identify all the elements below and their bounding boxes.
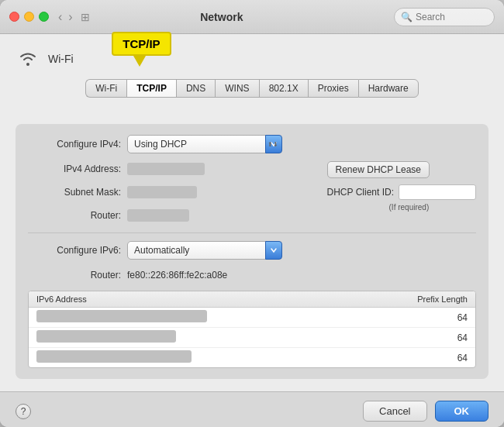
bottom-bar: ? Cancel OK [0,391,504,427]
network-window: ‹ › ⊞ Network 🔍 Wi-Fi Wi [0,0,504,427]
dhcp-client-id-input[interactable] [399,184,476,200]
subnet-mask-value [127,186,197,198]
subnet-mask-row: Subnet Mask: [28,183,205,201]
configure-ipv4-row: Configure IPv4: Using DHCP [28,135,476,153]
window-title: Network [50,11,394,23]
help-button[interactable]: ? [16,404,31,419]
renew-dhcp-button[interactable]: Renew DHCP Lease [327,161,430,178]
ipv6-prefix-1: 64 [398,332,468,343]
wifi-header: Wi-Fi [16,46,488,71]
search-bar[interactable]: 🔍 [394,8,495,26]
tab-wifi[interactable]: Wi-Fi [85,79,126,98]
tab-8021x[interactable]: 802.1X [259,79,308,98]
ipv6-row-1: 64 [29,328,475,348]
subnet-mask-label: Subnet Mask: [28,187,121,198]
ipv6-table-header: IPv6 Address Prefix Length [29,291,475,308]
annotation-arrow [133,56,146,67]
ipv6-prefix-0: 64 [398,312,468,323]
dhcp-client-id-label: DHCP Client ID: [327,187,394,198]
configure-ipv6-label: Configure IPv6: [28,245,121,256]
dhcp-right-panel: Renew DHCP Lease DHCP Client ID: (If req… [327,161,476,212]
ipv6-row-2: 64 [29,348,475,367]
ipv4-address-label: IPv4 Address: [28,164,121,174]
ipv6-col-prefix: Prefix Length [398,294,468,304]
wifi-icon [16,46,40,71]
titlebar: ‹ › ⊞ Network 🔍 [0,0,504,34]
separator-1 [28,232,476,233]
ipv6-addr-0 [36,310,398,325]
ipv4-address-row: IPv4 Address: [28,160,205,178]
tabs-wrapper: Wi-Fi TCP/IP TCP/IP DNS WINS 802.1X Prox… [16,79,488,108]
configure-ipv4-label: Configure IPv4: [28,139,121,150]
tab-tcpip[interactable]: TCP/IP TCP/IP [126,79,176,98]
configure-ipv6-row: Configure IPv6: Automatically [28,241,476,260]
close-button[interactable] [9,12,19,22]
ok-button[interactable]: OK [435,401,489,422]
form-section: Configure IPv4: Using DHCP IPv4 Address: [16,124,488,379]
configure-ipv4-value: Using DHCP [127,135,282,153]
tab-dns[interactable]: DNS [176,79,215,98]
window-controls [9,12,49,22]
tab-proxies[interactable]: Proxies [308,79,358,98]
main-content: Wi-Fi Wi-Fi TCP/IP TCP/IP DNS WINS 802.1… [0,34,504,391]
ipv4-renew-row: IPv4 Address: Subnet Mask: Router: Renew… [28,160,476,225]
wifi-label: Wi-Fi [48,53,74,65]
ipv4-fields: IPv4 Address: Subnet Mask: Router: [28,160,205,225]
router-row: Router: [28,206,205,225]
svg-point-0 [26,63,29,66]
tab-wins[interactable]: WINS [215,79,258,98]
ipv6-col-address: IPv6 Address [36,294,398,304]
ipv6-addr-2 [36,350,398,365]
ipv6-prefix-2: 64 [398,353,468,363]
configure-ipv4-select-wrap[interactable]: Using DHCP [127,135,282,153]
ipv6-chevron-icon [265,241,282,260]
annotation-tooltip: TCP/IP [112,32,171,56]
ipv6-table: IPv6 Address Prefix Length 64 64 [28,291,476,368]
minimize-button[interactable] [24,12,34,22]
maximize-button[interactable] [39,12,49,22]
router-value [127,209,189,222]
search-input[interactable] [416,12,488,22]
configure-ipv6-select-wrap[interactable]: Automatically [127,241,282,260]
ipv6-router-row: Router: fe80::226:86ff:fe2c:a08e [28,266,476,284]
bottom-actions: Cancel OK [363,401,488,422]
dhcp-client-id-row: DHCP Client ID: [327,184,476,200]
configure-ipv6-value: Automatically [127,241,282,260]
tabs: Wi-Fi TCP/IP TCP/IP DNS WINS 802.1X Prox… [16,79,488,98]
cancel-button[interactable]: Cancel [363,401,426,422]
ipv6-router-value: fe80::226:86ff:fe2c:a08e [127,270,227,281]
tab-hardware[interactable]: Hardware [358,79,419,98]
router-label: Router: [28,210,121,221]
search-icon: 🔍 [401,12,413,22]
ipv4-address-value [127,163,205,175]
ipv6-router-label: Router: [28,270,121,281]
ipv6-row-0: 64 [29,308,475,328]
if-required-label: (If required) [389,203,430,212]
ipv6-addr-1 [36,330,398,345]
annotation-container: TCP/IP [112,32,171,67]
select-chevron-icon [265,135,282,153]
